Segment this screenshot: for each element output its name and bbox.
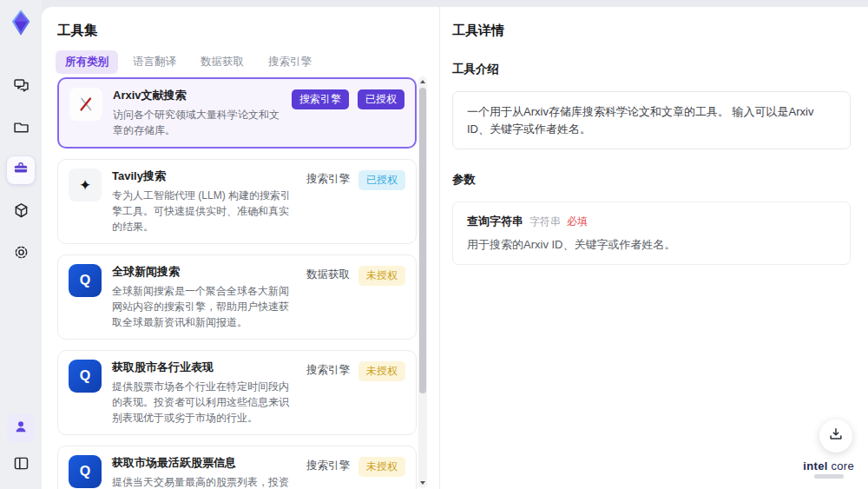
category-label: 数据获取 (306, 266, 350, 284)
folder-icon (12, 118, 30, 140)
tool-name: 全球新闻搜索 (112, 264, 296, 280)
tool-description: 提供股票市场各个行业在特定时间段内的表现。投资者可以利用这些信息来识别表现优于或… (112, 379, 296, 426)
tool-name: 获取市场最活跃股票信息 (112, 455, 296, 471)
arxiv-logo-icon (69, 88, 102, 121)
sidebar-item-packages[interactable] (7, 198, 35, 226)
category-label: 搜索引擎 (306, 361, 350, 380)
tool-card-body: 全球新闻搜索 全球新闻搜索是一个聚合全球各大新闻网站内容的搜索引擎，帮助用户快速… (112, 264, 296, 330)
tool-description: 提供当天交易量最高的股票列表，投资者可以利用这些信息来识别流动性强的股票和潜在的… (112, 474, 296, 489)
tool-tags: 搜索引擎 未授权 (306, 360, 405, 426)
intel-brand-text: intel (803, 459, 827, 472)
auth-status-badge: 已授权 (358, 89, 404, 109)
tool-detail-panel: 工具详情 工具介绍 一个用于从Arxiv存储库搜索科学论文和文章的工具。 输入可… (439, 7, 868, 489)
user-icon (12, 418, 30, 439)
auth-status-badge: 未授权 (358, 266, 405, 286)
auth-status-badge: 已授权 (358, 170, 405, 190)
sidebar-item-chat[interactable] (7, 73, 35, 101)
tab-all-categories[interactable]: 所有类别 (56, 50, 118, 74)
category-label: 搜索引擎 (306, 457, 350, 475)
intel-logo-subline (814, 474, 844, 479)
sidebar-item-tools[interactable] (7, 156, 35, 184)
category-badge: 搜索引擎 (292, 89, 349, 109)
rail-nav (7, 73, 35, 268)
intro-text-box: 一个用于从Arxiv存储库搜索科学论文和文章的工具。 输入可以是Arxiv ID… (452, 91, 851, 149)
tab-data-acquisition[interactable]: 数据获取 (191, 50, 253, 74)
core-brand-text: core (832, 459, 855, 472)
param-name: 查询字符串 (467, 214, 523, 229)
sidebar-item-files[interactable] (7, 115, 35, 142)
tool-card-global-news[interactable]: Q 全球新闻搜索 全球新闻搜索是一个聚合全球各大新闻网站内容的搜索引擎，帮助用户… (57, 254, 417, 340)
tool-card-body: Arxiv文献搜索 访问各个研究领域大量科学论文和文章的存储库。 (113, 88, 281, 138)
download-button[interactable] (819, 420, 852, 453)
tool-card-body: 获取市场最活跃股票信息 提供当天交易量最高的股票列表，投资者可以利用这些信息来识… (112, 455, 296, 489)
param-box: 查询字符串 字符串 必填 用于搜索的Arxiv ID、关键字或作者姓名。 (452, 202, 851, 265)
toolbox-icon (12, 160, 30, 181)
cube-icon (12, 202, 30, 223)
intro-heading: 工具介绍 (452, 62, 851, 77)
auth-status-badge: 未授权 (358, 361, 405, 381)
tool-tags: 数据获取 未授权 (306, 264, 405, 330)
sidebar-item-account[interactable] (7, 414, 35, 442)
scrollbar-thumb[interactable] (419, 88, 426, 393)
settings-gear-icon (12, 243, 30, 265)
tool-list: Arxiv文献搜索 访问各个研究领域大量科学论文和文章的存储库。 搜索引擎 已授… (57, 77, 417, 489)
param-header: 查询字符串 字符串 必填 (467, 214, 836, 229)
rail-bottom (7, 414, 35, 479)
tab-search-engine[interactable]: 搜索引擎 (259, 50, 321, 74)
scroll-down-arrow-icon[interactable] (420, 481, 425, 485)
tool-tags: 搜索引擎 已授权 (306, 169, 405, 235)
sidebar-item-settings[interactable] (7, 240, 35, 268)
news-search-icon: Q (69, 264, 102, 297)
app-logo[interactable] (8, 9, 34, 36)
chat-icon (12, 76, 30, 98)
tool-card-arxiv[interactable]: Arxiv文献搜索 访问各个研究领域大量科学论文和文章的存储库。 搜索引擎 已授… (57, 77, 417, 149)
param-description: 用于搜索的Arxiv ID、关键字或作者姓名。 (467, 237, 836, 253)
sidebar-rail (0, 0, 42, 489)
tool-card-body: 获取股市各行业表现 提供股票市场各个行业在特定时间段内的表现。投资者可以利用这些… (112, 360, 296, 426)
stocks-icon: Q (69, 455, 102, 488)
tool-list-scrollbar[interactable] (418, 76, 427, 488)
tool-tags: 搜索引擎 已授权 (292, 88, 404, 138)
tool-description: 访问各个研究领域大量科学论文和文章的存储库。 (113, 107, 281, 138)
stocks-icon: Q (69, 360, 102, 393)
tool-card-body: Tavily搜索 专为人工智能代理 (LLM) 构建的搜索引擎工具。可快速提供实… (112, 169, 296, 235)
page-title: 工具集 (57, 22, 98, 40)
tool-name: Arxiv文献搜索 (113, 88, 281, 103)
param-type: 字符串 (529, 215, 561, 229)
category-tabs: 所有类别 语言翻译 数据获取 搜索引擎 (56, 50, 321, 74)
tool-description: 全球新闻搜索是一个聚合全球各大新闻网站内容的搜索引擎，帮助用户快速获取全球最新资… (112, 283, 296, 330)
tool-card-tavily[interactable]: ✦ Tavily搜索 专为人工智能代理 (LLM) 构建的搜索引擎工具。可快速提… (57, 159, 417, 244)
scroll-up-arrow-icon[interactable] (420, 80, 425, 83)
tool-card-sector-performance[interactable]: Q 获取股市各行业表现 提供股票市场各个行业在特定时间段内的表现。投资者可以利用… (57, 350, 417, 435)
intel-core-logo: intel core (803, 459, 854, 479)
auth-status-badge: 未授权 (358, 457, 405, 477)
tool-tags: 搜索引擎 未授权 (306, 455, 405, 489)
tool-name: Tavily搜索 (112, 169, 296, 184)
detail-title: 工具详情 (452, 23, 851, 39)
panel-layout-icon (12, 454, 30, 476)
params-heading: 参数 (452, 172, 851, 188)
tool-card-active-stocks[interactable]: Q 获取市场最活跃股票信息 提供当天交易量最高的股票列表，投资者可以利用这些信息… (57, 446, 417, 489)
main-panel: 工具集 所有类别 语言翻译 数据获取 搜索引擎 Arxiv文献搜索 访问各个研究… (42, 7, 868, 489)
param-required-flag: 必填 (567, 215, 588, 229)
sidebar-item-panel-toggle[interactable] (7, 451, 35, 479)
download-icon (827, 426, 845, 446)
tab-language-translation[interactable]: 语言翻译 (123, 50, 186, 74)
tool-name: 获取股市各行业表现 (112, 360, 296, 375)
category-label: 搜索引擎 (306, 170, 350, 188)
tavily-star-icon: ✦ (69, 169, 102, 202)
tool-description: 专为人工智能代理 (LLM) 构建的搜索引擎工具。可快速提供实时、准确和真实的结… (112, 188, 296, 235)
